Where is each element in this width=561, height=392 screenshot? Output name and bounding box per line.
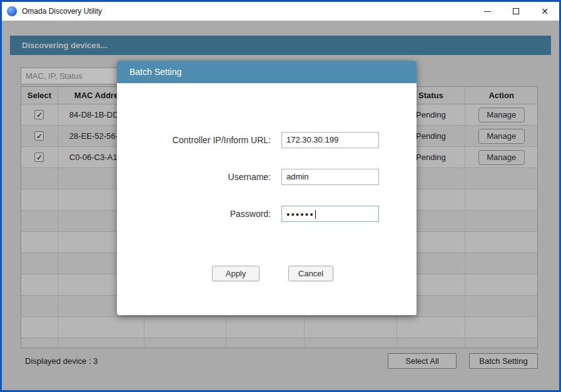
cancel-button[interactable]: Cancel xyxy=(288,266,333,281)
password-masked-value: ●●●●●● xyxy=(286,211,315,218)
client-area: Discovering devices... SelectMAC Address… xyxy=(2,21,559,390)
password-label: Password: xyxy=(117,206,271,222)
controller-url-field[interactable]: 172.30.30.199 xyxy=(281,132,379,148)
title-bar: Omada Discovery Utility ✕ xyxy=(2,2,559,21)
form-row: Username:admin xyxy=(117,169,417,185)
username-label: Username: xyxy=(117,169,271,185)
text-cursor xyxy=(315,210,316,219)
form-row: Controller IP/Inform URL:172.30.30.199 xyxy=(117,132,417,148)
minimize-button[interactable] xyxy=(473,2,502,21)
app-window: Omada Discovery Utility ✕ Discovering de… xyxy=(0,0,561,392)
apply-button[interactable]: Apply xyxy=(212,266,260,281)
close-icon: ✕ xyxy=(541,7,548,16)
maximize-button[interactable] xyxy=(502,2,530,21)
username-field[interactable]: admin xyxy=(281,169,379,185)
window-controls: ✕ xyxy=(473,2,559,21)
form-row: Password:●●●●●● xyxy=(117,206,417,222)
window-title: Omada Discovery Utility xyxy=(22,7,473,16)
password-field[interactable]: ●●●●●● xyxy=(281,206,379,222)
app-logo-icon xyxy=(7,6,17,16)
dialog-title: Batch Setting xyxy=(117,61,417,83)
controller-url-label: Controller IP/Inform URL: xyxy=(117,132,271,148)
batch-setting-dialog: Batch Setting Controller IP/Inform URL:1… xyxy=(117,61,417,315)
minimize-icon xyxy=(484,11,491,12)
close-button[interactable]: ✕ xyxy=(530,2,559,21)
maximize-icon xyxy=(513,8,519,14)
